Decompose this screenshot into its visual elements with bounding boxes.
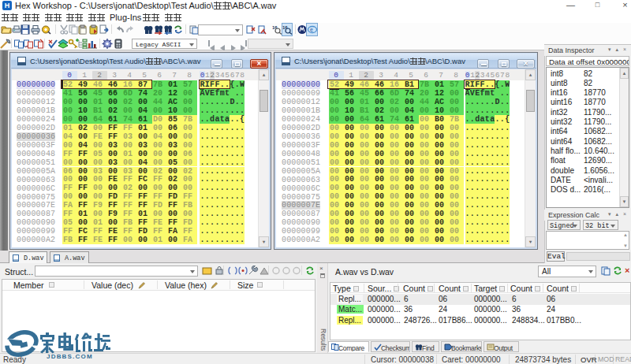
svg-text:JDBBS.COM: JDBBS.COM xyxy=(47,353,93,360)
svg-text:e: e xyxy=(310,27,313,32)
svg-text:16: 16 xyxy=(282,25,288,30)
svg-text:16: 16 xyxy=(272,25,278,30)
